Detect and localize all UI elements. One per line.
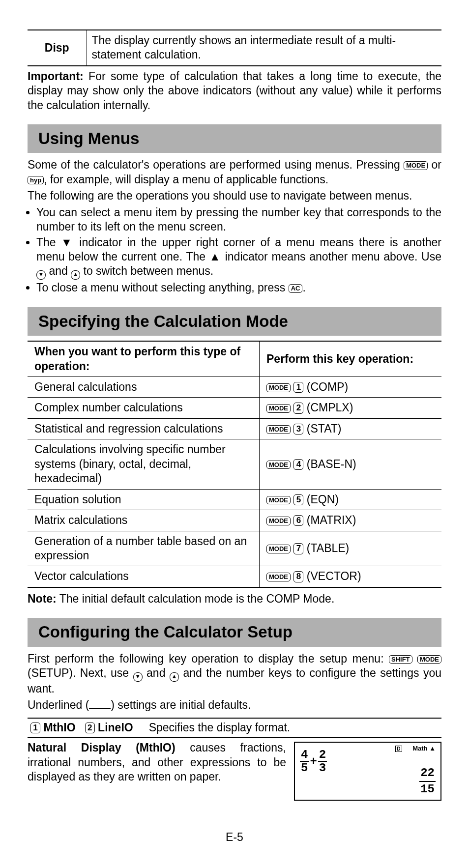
mode-op-cell: Vector calculations [28, 566, 260, 587]
num-key-icon: 7 [293, 543, 303, 554]
underline-note: Underlined () settings are initial defau… [28, 698, 441, 712]
num-key-icon: 3 [293, 424, 303, 434]
table-row: Vector calculationsMODE 8 (VECTOR) [28, 566, 441, 587]
important-paragraph: Important: For some type of calculation … [28, 69, 441, 113]
mode-key-icon: MODE [266, 404, 291, 413]
mode-th-2: Perform this key operation: [260, 341, 441, 376]
screen-indicators: D Math ▲ [395, 745, 436, 753]
calculator-screen: D Math ▲ 45+23 2215 [294, 742, 441, 801]
mode-note-label: Note: [28, 592, 57, 605]
mode-key-icon: MODE [266, 461, 291, 469]
menu-bullet-2: The ▼ indicator in the upper right corne… [36, 235, 441, 280]
using-menus-list: You can select a menu item by pressing t… [28, 205, 441, 295]
screen-expression: 45+23 [300, 749, 327, 774]
ac-key-icon: AC [289, 284, 303, 293]
d-indicator-icon: D [395, 746, 402, 752]
natural-display-label: Natural Display (MthIO) [28, 741, 176, 754]
setup-intro: First perform the following key operatio… [28, 652, 441, 696]
mode-name: (COMP) [303, 380, 348, 393]
table-row: Matrix calculationsMODE 6 (MATRIX) [28, 510, 441, 531]
num-key-icon: 6 [293, 515, 303, 526]
setup-section-header: Configuring the Calculator Setup [28, 618, 441, 646]
mode-key-icon: MODE [266, 573, 291, 581]
mode-key-cell: MODE 6 (MATRIX) [260, 510, 441, 531]
up-arrow-icon: ▲ [170, 672, 179, 682]
table-row: General calculationsMODE 1 (COMP) [28, 377, 441, 398]
mode-key-icon: MODE [266, 545, 291, 553]
mode-key-cell: MODE 8 (VECTOR) [260, 566, 441, 587]
mode-op-cell: Statistical and regression calculations [28, 418, 260, 439]
mode-name: (VECTOR) [303, 570, 361, 582]
down-arrow-icon: ▼ [133, 672, 143, 682]
mode-key-cell: MODE 4 (BASE-N) [260, 439, 441, 489]
mode-op-cell: Calculations involving specific number s… [28, 439, 260, 489]
mode-note-text: The initial default calculation mode is … [57, 592, 335, 605]
display-format-desc: Specifies the display format. [149, 721, 291, 734]
important-label: Important: [28, 70, 84, 83]
mode-op-cell: Matrix calculations [28, 510, 260, 531]
mode-op-cell: General calculations [28, 377, 260, 398]
important-text: For some type of calculation that takes … [28, 70, 441, 112]
using-menus-intro-2: The following are the operations you sho… [28, 189, 441, 203]
table-row: Calculations involving specific number s… [28, 439, 441, 489]
math-indicator: Math ▲ [412, 745, 436, 752]
table-row: Equation solutionMODE 5 (EQN) [28, 489, 441, 510]
num-key-icon: 2 [293, 403, 303, 413]
mthio-label: MthIO [43, 721, 75, 734]
mode-key-icon: MODE [417, 655, 441, 664]
down-arrow-icon: ▼ [36, 270, 46, 280]
mode-op-cell: Equation solution [28, 489, 260, 510]
mode-key-cell: MODE 5 (EQN) [260, 489, 441, 510]
num-key-icon: 1 [293, 382, 303, 393]
mode-op-cell: Complex number calculations [28, 398, 260, 418]
mode-op-cell: Generation of a number table based on an… [28, 531, 260, 566]
lineio-label: LineIO [98, 721, 133, 734]
mode-name: (MATRIX) [303, 514, 356, 526]
hyp-key-icon: hyp [28, 176, 44, 185]
mode-key-icon: MODE [404, 161, 428, 170]
underline-blank [89, 699, 111, 709]
key-1-icon: 1 [30, 723, 40, 733]
shift-key-icon: SHIFT [389, 655, 412, 664]
mode-name: (BASE-N) [303, 458, 356, 470]
disp-label: Disp [28, 30, 87, 66]
num-key-icon: 5 [293, 494, 303, 505]
mode-name: (STAT) [303, 422, 341, 435]
display-format-row: 1 MthIO 2 LineIO Specifies the display f… [28, 718, 441, 738]
mode-section-header: Specifying the Calculation Mode [28, 307, 441, 336]
mode-key-cell: MODE 2 (CMPLX) [260, 398, 441, 418]
mode-note: Note: The initial default calculation mo… [28, 592, 441, 606]
mode-name: (CMPLX) [303, 401, 353, 414]
mode-table: When you want to perform this type of op… [28, 341, 441, 588]
mode-key-icon: MODE [266, 383, 291, 392]
mode-name: (EQN) [303, 493, 339, 506]
using-menus-intro-1: Some of the calculator's operations are … [28, 158, 441, 187]
num-key-icon: 4 [293, 459, 303, 470]
num-key-icon: 8 [293, 571, 303, 582]
up-arrow-icon: ▲ [71, 270, 80, 280]
mode-key-icon: MODE [266, 496, 291, 505]
mode-th-1: When you want to perform this type of op… [28, 341, 260, 376]
key-2-icon: 2 [85, 723, 95, 733]
menu-bullet-3: To close a menu without selecting anythi… [36, 281, 441, 295]
using-menus-header: Using Menus [28, 124, 441, 153]
menu-bullet-1: You can select a menu item by pressing t… [36, 205, 441, 234]
page-number: E-5 [28, 830, 441, 844]
table-row: Complex number calculationsMODE 2 (CMPLX… [28, 398, 441, 418]
mode-key-cell: MODE 7 (TABLE) [260, 531, 441, 566]
mode-key-icon: MODE [266, 517, 291, 525]
mode-name: (TABLE) [303, 542, 349, 554]
natural-display-block: D Math ▲ 45+23 2215 Natural Display (Mth… [28, 741, 441, 801]
screen-result: 2215 [419, 766, 436, 797]
disp-desc: The display currently shows an intermedi… [87, 30, 441, 66]
mode-key-cell: MODE 1 (COMP) [260, 377, 441, 398]
mode-key-icon: MODE [266, 425, 291, 434]
disp-table: Disp The display currently shows an inte… [28, 29, 441, 66]
table-row: Statistical and regression calculationsM… [28, 418, 441, 439]
mode-key-cell: MODE 3 (STAT) [260, 418, 441, 439]
table-row: Generation of a number table based on an… [28, 531, 441, 566]
